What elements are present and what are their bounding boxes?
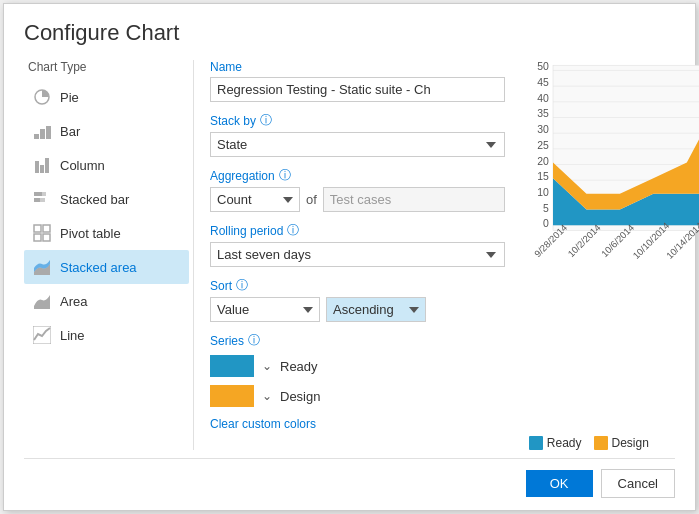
aggregation-field-group: Aggregation ⓘ Count of [210,167,505,212]
sidebar-item-bar-label: Bar [60,124,80,139]
sidebar-item-area-label: Area [60,294,87,309]
svg-text:35: 35 [537,109,549,120]
legend-label-design: Design [612,436,649,450]
series-color-design[interactable] [210,385,254,407]
configure-chart-dialog: Configure Chart Chart Type Pie [3,3,696,511]
aggregation-row: Count of [210,187,505,212]
rolling-period-field-group: Rolling period ⓘ Last seven days [210,222,505,267]
svg-rect-11 [34,225,41,232]
sidebar-item-stacked-bar[interactable]: Stacked bar [24,182,189,216]
sidebar-item-column[interactable]: Column [24,148,189,182]
stack-by-select[interactable]: State [210,132,505,157]
svg-rect-12 [43,225,50,232]
aggregation-label: Aggregation ⓘ [210,167,505,184]
stack-by-label: Stack by ⓘ [210,112,505,129]
series-label: Series ⓘ [210,332,505,349]
chart-svg: 50 45 40 35 30 25 20 15 10 5 0 [529,60,699,290]
sidebar-item-pie-label: Pie [60,90,79,105]
line-icon [32,325,52,345]
aggregation-select[interactable]: Count [210,187,300,212]
ok-button[interactable]: OK [526,470,593,497]
stacked-bar-icon [32,189,52,209]
svg-rect-1 [34,134,39,139]
chart-type-label: Chart Type [24,60,189,74]
series-item-design: ⌄ Design [210,385,505,407]
svg-text:45: 45 [537,77,549,88]
svg-rect-5 [40,165,44,173]
svg-rect-6 [45,158,49,173]
name-input[interactable] [210,77,505,102]
stacked-area-icon [32,257,52,277]
stack-by-info-icon[interactable]: ⓘ [260,112,272,129]
svg-rect-2 [40,129,45,139]
column-icon [32,155,52,175]
sidebar-item-line[interactable]: Line [24,318,189,352]
chart-legend: Ready Design [529,436,699,450]
svg-text:10: 10 [537,187,549,198]
sort-field-group: Sort ⓘ Value Ascending [210,277,505,322]
svg-rect-7 [34,192,42,196]
sidebar-item-pie[interactable]: Pie [24,80,189,114]
svg-text:5: 5 [543,203,549,214]
svg-rect-3 [46,126,51,139]
svg-text:30: 30 [537,124,549,135]
sort-row: Value Ascending [210,297,505,322]
legend-item-ready: Ready [529,436,582,450]
sidebar-item-area[interactable]: Area [24,284,189,318]
name-field-group: Name [210,60,505,102]
svg-rect-10 [40,198,45,202]
svg-text:9/28/2014: 9/28/2014 [532,222,569,259]
area-icon [32,291,52,311]
sidebar-item-stacked-area[interactable]: Stacked area [24,250,189,284]
name-label: Name [210,60,505,74]
series-name-design: Design [280,389,320,404]
sidebar-item-pivot-table-label: Pivot table [60,226,121,241]
bar-icon [32,121,52,141]
series-info-icon[interactable]: ⓘ [248,332,260,349]
clear-custom-colors-link[interactable]: Clear custom colors [210,417,316,431]
sidebar-item-stacked-area-label: Stacked area [60,260,137,275]
chart-area: 50 45 40 35 30 25 20 15 10 5 0 [521,60,699,450]
sort-info-icon[interactable]: ⓘ [236,277,248,294]
dialog-title: Configure Chart [24,20,675,46]
svg-rect-8 [42,192,46,196]
series-name-ready: Ready [280,359,318,374]
sidebar-item-bar[interactable]: Bar [24,114,189,148]
rolling-period-select[interactable]: Last seven days [210,242,505,267]
dialog-body: Chart Type Pie [24,60,675,450]
aggregation-info-icon[interactable]: ⓘ [279,167,291,184]
series-chevron-design[interactable]: ⌄ [262,389,272,403]
dialog-footer: OK Cancel [24,458,675,498]
config-area: Name Stack by ⓘ State Aggregation ⓘ [194,60,521,450]
svg-rect-4 [35,161,39,173]
series-item-ready: ⌄ Ready [210,355,505,377]
svg-text:15: 15 [537,171,549,182]
sidebar-item-pivot-table[interactable]: Pivot table [24,216,189,250]
cancel-button[interactable]: Cancel [601,469,675,498]
svg-text:25: 25 [537,140,549,151]
sidebar-item-line-label: Line [60,328,85,343]
chart-type-sidebar: Chart Type Pie [24,60,194,450]
svg-rect-14 [43,234,50,241]
stack-by-field-group: Stack by ⓘ State [210,112,505,157]
of-label: of [306,192,317,207]
sort-label: Sort ⓘ [210,277,505,294]
rolling-period-label: Rolling period ⓘ [210,222,505,239]
series-chevron-ready[interactable]: ⌄ [262,359,272,373]
series-color-ready[interactable] [210,355,254,377]
sidebar-item-stacked-bar-label: Stacked bar [60,192,129,207]
svg-text:20: 20 [537,156,549,167]
svg-text:50: 50 [537,61,549,72]
legend-color-design [594,436,608,450]
sort-select[interactable]: Value [210,297,320,322]
sort-order-select[interactable]: Ascending [326,297,426,322]
of-input [323,187,505,212]
rolling-period-info-icon[interactable]: ⓘ [287,222,299,239]
legend-item-design: Design [594,436,649,450]
legend-label-ready: Ready [547,436,582,450]
svg-text:40: 40 [537,93,549,104]
pie-icon [32,87,52,107]
legend-color-ready [529,436,543,450]
pivot-icon [32,223,52,243]
svg-rect-13 [34,234,41,241]
